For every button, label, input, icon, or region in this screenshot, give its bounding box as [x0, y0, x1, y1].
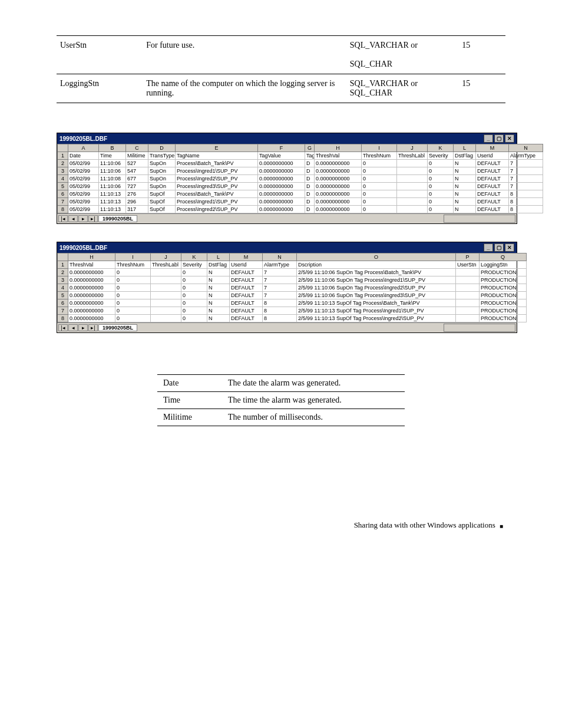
row-number[interactable]: 2 — [58, 269, 68, 276]
cell[interactable]: DEFAULT — [230, 315, 263, 322]
cell[interactable]: 0 — [428, 167, 454, 175]
cell[interactable]: N — [207, 269, 230, 276]
column-letter[interactable]: N — [509, 144, 543, 152]
sheet-nav-last-icon[interactable]: ▸| — [88, 324, 98, 331]
cell[interactable]: SupOf — [148, 206, 176, 213]
close-icon[interactable]: ✕ — [505, 134, 514, 143]
cell[interactable]: 0 — [362, 167, 397, 175]
cell[interactable]: 0 — [181, 284, 207, 292]
cell[interactable]: DEFAULT — [230, 276, 263, 284]
cell[interactable]: 527 — [126, 160, 148, 167]
cell[interactable]: 296 — [126, 198, 148, 206]
cell[interactable]: N — [454, 206, 476, 213]
column-letter[interactable]: N — [263, 253, 297, 261]
column-letter[interactable]: F — [258, 144, 305, 152]
cell[interactable]: PRODUCTION — [480, 307, 527, 315]
cell[interactable]: 317 — [126, 206, 148, 213]
row-number[interactable]: 5 — [58, 183, 68, 190]
cell[interactable]: 2/5/99 11:10:13 SupOf Tag Process\Batch_… — [297, 299, 456, 307]
cell[interactable]: 8 — [509, 206, 543, 213]
cell[interactable]: 0 — [362, 175, 397, 183]
column-letter[interactable]: L — [207, 253, 230, 261]
cell[interactable] — [397, 160, 428, 167]
cell[interactable]: 11:10:06 — [99, 160, 126, 167]
sheet-nav-first-icon[interactable]: |◂ — [58, 324, 68, 331]
row-number[interactable]: 6 — [58, 190, 68, 198]
cell[interactable]: N — [207, 299, 230, 307]
cell[interactable]: 0.0000000000 — [315, 190, 362, 198]
cell[interactable]: SupOn — [148, 167, 176, 175]
cell[interactable]: 0.0000000000 — [68, 299, 115, 307]
row-number[interactable]: 7 — [58, 307, 68, 315]
cell[interactable] — [397, 167, 428, 175]
sheet-nav-next-icon[interactable]: ▸ — [78, 215, 88, 222]
cell[interactable]: 0 — [362, 160, 397, 167]
cell[interactable]: 0 — [428, 175, 454, 183]
cell[interactable]: 2/5/99 11:10:06 SupOn Tag Process\Ingred… — [297, 292, 456, 299]
column-letter[interactable]: H — [315, 144, 362, 152]
row-number[interactable]: 8 — [58, 206, 68, 213]
cell[interactable]: 0 — [181, 307, 207, 315]
cell[interactable]: 8 — [509, 190, 543, 198]
cell[interactable]: 05/02/99 — [68, 175, 99, 183]
cell[interactable]: N — [207, 276, 230, 284]
cell[interactable] — [151, 292, 181, 299]
cell[interactable] — [151, 269, 181, 276]
column-letter[interactable]: H — [68, 253, 115, 261]
cell[interactable]: 0.0000000000 — [315, 198, 362, 206]
cell[interactable]: 0.0000000000 — [315, 167, 362, 175]
cell[interactable] — [151, 315, 181, 322]
cell[interactable]: 0.0000000000 — [258, 167, 305, 175]
row-number[interactable]: 8 — [58, 315, 68, 322]
row-number[interactable]: 2 — [58, 160, 68, 167]
cell[interactable]: 2/5/99 11:10:06 SupOn Tag Process\Ingred… — [297, 276, 456, 284]
column-letter[interactable]: I — [362, 144, 397, 152]
cell[interactable]: Process\Ingred2\SUP_PV — [176, 206, 258, 213]
cell[interactable]: N — [454, 183, 476, 190]
column-letter[interactable]: O — [297, 253, 456, 261]
cell[interactable]: 0 — [362, 183, 397, 190]
cell[interactable]: D — [305, 198, 315, 206]
cell[interactable]: 7 — [263, 284, 297, 292]
horizontal-scrollbar[interactable] — [444, 215, 515, 223]
cell[interactable]: SupOn — [148, 175, 176, 183]
sheet-nav-next-icon[interactable]: ▸ — [78, 324, 88, 331]
cell[interactable]: 0.0000000000 — [68, 315, 115, 322]
row-number[interactable]: 4 — [58, 284, 68, 292]
cell[interactable]: PRODUCTION — [480, 284, 527, 292]
cell[interactable] — [456, 276, 480, 284]
cell[interactable]: 7 — [509, 175, 543, 183]
row-number[interactable]: 3 — [58, 276, 68, 284]
cell[interactable]: 0 — [181, 299, 207, 307]
cell[interactable]: N — [207, 315, 230, 322]
cell[interactable]: Process\Ingred3\SUP_PV — [176, 183, 258, 190]
cell[interactable]: D — [305, 183, 315, 190]
column-letter[interactable]: J — [397, 144, 428, 152]
cell[interactable]: 7 — [263, 276, 297, 284]
cell[interactable]: DEFAULT — [476, 183, 509, 190]
cell[interactable]: SupOn — [148, 160, 176, 167]
column-letter[interactable]: G — [305, 144, 315, 152]
cell[interactable]: N — [207, 292, 230, 299]
column-letter[interactable]: K — [428, 144, 454, 152]
cell[interactable]: 7 — [263, 292, 297, 299]
cell[interactable]: 7 — [509, 160, 543, 167]
cell[interactable]: Process\Ingred1\SUP_PV — [176, 167, 258, 175]
cell[interactable]: D — [305, 206, 315, 213]
cell[interactable] — [456, 284, 480, 292]
maximize-icon[interactable]: ▢ — [494, 134, 504, 143]
row-number[interactable]: 3 — [58, 167, 68, 175]
cell[interactable]: 0.0000000000 — [258, 160, 305, 167]
cell[interactable]: 276 — [126, 190, 148, 198]
cell[interactable]: D — [305, 175, 315, 183]
column-letter[interactable]: L — [454, 144, 476, 152]
cell[interactable] — [151, 284, 181, 292]
cell[interactable]: 0 — [428, 206, 454, 213]
cell[interactable] — [456, 299, 480, 307]
cell[interactable]: 0.0000000000 — [68, 269, 115, 276]
cell[interactable]: DEFAULT — [230, 284, 263, 292]
cell[interactable]: 7 — [509, 183, 543, 190]
sheet-nav-prev-icon[interactable]: ◂ — [68, 215, 78, 222]
cell[interactable]: 11:10:13 — [99, 198, 126, 206]
cell[interactable] — [397, 206, 428, 213]
